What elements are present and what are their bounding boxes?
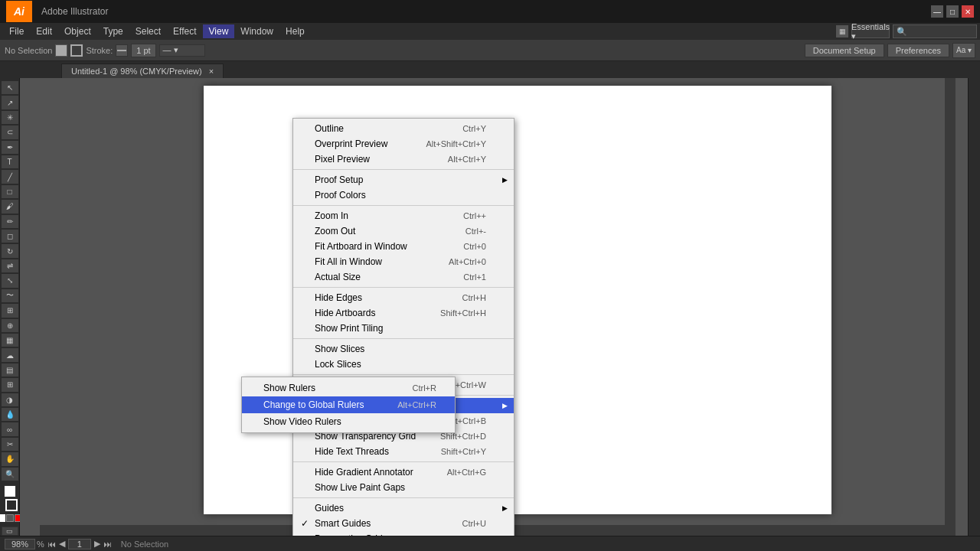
- tab-close[interactable]: ×: [209, 67, 214, 76]
- chart-tool-icon[interactable]: ▦: [2, 334, 18, 347]
- selection-tool-icon[interactable]: ↖: [2, 81, 18, 94]
- fit-artboard-shortcut: Ctrl+0: [463, 242, 501, 251]
- stroke-options[interactable]: — ▾: [159, 44, 205, 57]
- outline-item[interactable]: Outline Ctrl+Y: [293, 121, 514, 136]
- show-video-rulers-label: Show Video Rulers: [263, 416, 341, 427]
- type-tool-icon[interactable]: T: [2, 155, 18, 168]
- fit-artboard-item[interactable]: Fit Artboard in Window Ctrl+0: [293, 239, 514, 254]
- mirror-tool-icon[interactable]: ⇌: [2, 259, 18, 272]
- fill-color-swatch[interactable]: [55, 44, 67, 57]
- menu-edit[interactable]: Edit: [30, 24, 58, 38]
- vertical-scrollbar[interactable]: [945, 78, 956, 536]
- actual-size-item[interactable]: Actual Size Ctrl+1: [293, 269, 514, 285]
- hide-text-threads-item[interactable]: Hide Text Threads Shift+Ctrl+Y: [293, 444, 514, 459]
- zoom-tool-icon[interactable]: 🔍: [2, 468, 18, 481]
- preferences-button[interactable]: Preferences: [887, 44, 949, 57]
- nav-first[interactable]: ⏮: [47, 540, 56, 549]
- free-transform-tool-icon[interactable]: ⊞: [2, 304, 18, 317]
- document-tab[interactable]: Untitled-1 @ 98% (CMYK/Preview) ×: [61, 64, 224, 78]
- perspective-grid-label: Perspective Grid: [315, 533, 383, 536]
- pixel-preview-shortcut: Alt+Ctrl+Y: [448, 155, 501, 164]
- line-tool-icon[interactable]: ╱: [2, 170, 18, 183]
- pen-tool-icon[interactable]: ✒: [2, 141, 18, 154]
- search-bar[interactable]: 🔍: [893, 24, 977, 38]
- warp-tool-icon[interactable]: 〜: [2, 289, 18, 302]
- nav-last[interactable]: ⏭: [103, 540, 112, 549]
- lasso-tool-icon[interactable]: ⊂: [2, 126, 18, 139]
- gradient-tool-icon[interactable]: ◑: [2, 393, 18, 406]
- minimize-button[interactable]: —: [931, 5, 943, 18]
- stroke-value[interactable]: 1 pt: [131, 44, 155, 57]
- magic-wand-tool-icon[interactable]: ✳: [2, 111, 18, 124]
- zoom-input[interactable]: [5, 539, 35, 549]
- eyedropper-tool-icon[interactable]: 💧: [2, 408, 18, 421]
- menu-file[interactable]: File: [3, 24, 30, 38]
- guides-group: Guides Smart Guides Ctrl+U Perspective G…: [293, 498, 514, 536]
- shape-builder-tool-icon[interactable]: ⊕: [2, 319, 18, 332]
- show-live-paint-gaps-item[interactable]: Show Live Paint Gaps: [293, 480, 514, 495]
- mesh-tool-icon[interactable]: ⊞: [2, 378, 18, 391]
- change-global-rulers-item[interactable]: Change to Global Rulers Alt+Ctrl+R: [242, 396, 455, 413]
- nav-prev[interactable]: ◀: [59, 539, 65, 549]
- zoom-out-item[interactable]: Zoom Out Ctrl+-: [293, 223, 514, 239]
- layout-icon[interactable]: ▦: [836, 25, 848, 37]
- menu-effect[interactable]: Effect: [167, 24, 202, 38]
- guides-item[interactable]: Guides: [293, 500, 514, 516]
- character-style-icon[interactable]: Aa ▾: [952, 43, 975, 58]
- blend-tool-icon[interactable]: ∞: [2, 422, 18, 435]
- nav-next[interactable]: ▶: [94, 539, 100, 549]
- window-controls[interactable]: — □ ✕: [931, 5, 974, 18]
- page-input[interactable]: [68, 539, 91, 549]
- hand-tool-icon[interactable]: ✋: [2, 452, 18, 465]
- normal-mode-icon[interactable]: [0, 514, 5, 522]
- fit-artboard-label: Fit Artboard in Window: [315, 241, 407, 252]
- hide-artboards-item[interactable]: Hide Artboards Shift+Ctrl+H: [293, 305, 514, 321]
- menu-object[interactable]: Object: [58, 24, 97, 38]
- fill-color-well[interactable]: [4, 485, 16, 497]
- smart-guides-item[interactable]: Smart Guides Ctrl+U: [293, 516, 514, 531]
- close-button[interactable]: ✕: [962, 5, 974, 18]
- symbol-sprayer-tool-icon[interactable]: ☁: [2, 348, 18, 361]
- hide-gradient-annotator-item[interactable]: Hide Gradient Annotator Alt+Ctrl+G: [293, 465, 514, 480]
- menu-select[interactable]: Select: [129, 24, 167, 38]
- lock-slices-item[interactable]: Lock Slices: [293, 357, 514, 372]
- hide-edges-item[interactable]: Hide Edges Ctrl+H: [293, 290, 514, 305]
- column-graph-tool-icon[interactable]: ▤: [2, 364, 18, 377]
- rotate-tool-icon[interactable]: ↻: [2, 244, 18, 257]
- rect-tool-icon[interactable]: □: [2, 185, 18, 198]
- menu-type[interactable]: Type: [97, 24, 129, 38]
- pencil-tool-icon[interactable]: ✏: [2, 215, 18, 228]
- document-setup-button[interactable]: Document Setup: [805, 44, 884, 57]
- stroke-color-swatch[interactable]: [70, 44, 83, 57]
- hide-text-threads-shortcut: Shift+Ctrl+Y: [441, 447, 501, 456]
- overprint-preview-item[interactable]: Overprint Preview Alt+Shift+Ctrl+Y: [293, 136, 514, 152]
- show-slices-item[interactable]: Show Slices: [293, 341, 514, 357]
- slices-group: Show Slices Lock Slices: [293, 339, 514, 375]
- pixel-preview-item[interactable]: Pixel Preview Alt+Ctrl+Y: [293, 152, 514, 167]
- workspace-selector[interactable]: Essentials ▾: [851, 24, 890, 38]
- proof-colors-item[interactable]: Proof Colors: [293, 187, 514, 203]
- hide-gradient-annotator-label: Hide Gradient Annotator: [315, 467, 413, 478]
- scale-tool-icon[interactable]: ⤡: [2, 274, 18, 287]
- show-video-rulers-item[interactable]: Show Video Rulers: [242, 413, 455, 430]
- restore-button[interactable]: □: [946, 5, 959, 18]
- hide-gradient-annotator-shortcut: Alt+Ctrl+G: [447, 468, 501, 477]
- zoom-in-item[interactable]: Zoom In Ctrl++: [293, 208, 514, 223]
- proof-setup-item[interactable]: Proof Setup: [293, 172, 514, 187]
- draw-behind-icon[interactable]: [6, 514, 14, 522]
- stroke-style-icon[interactable]: [116, 44, 128, 57]
- direct-select-tool-icon[interactable]: ↗: [2, 96, 18, 109]
- screen-mode-icon[interactable]: ▭: [2, 527, 18, 536]
- perspective-grid-item[interactable]: Perspective Grid: [293, 531, 514, 536]
- show-rulers-item[interactable]: Show Rulers Ctrl+R: [242, 380, 455, 396]
- stroke-color-well[interactable]: [5, 499, 18, 511]
- menu-help[interactable]: Help: [279, 24, 311, 38]
- left-tools-panel: ↖ ↗ ✳ ⊂ ✒ T ╱ □ 🖌 ✏ ◻ ↻ ⇌ ⤡ 〜 ⊞ ⊕ ▦ ☁ ▤ …: [0, 78, 20, 536]
- show-print-tiling-item[interactable]: Show Print Tiling: [293, 321, 514, 336]
- menu-view[interactable]: View: [203, 24, 235, 38]
- menu-window[interactable]: Window: [234, 24, 279, 38]
- paintbrush-tool-icon[interactable]: 🖌: [2, 200, 18, 213]
- scissors-tool-icon[interactable]: ✂: [2, 438, 18, 451]
- eraser-tool-icon[interactable]: ◻: [2, 230, 18, 243]
- fit-all-item[interactable]: Fit All in Window Alt+Ctrl+0: [293, 254, 514, 269]
